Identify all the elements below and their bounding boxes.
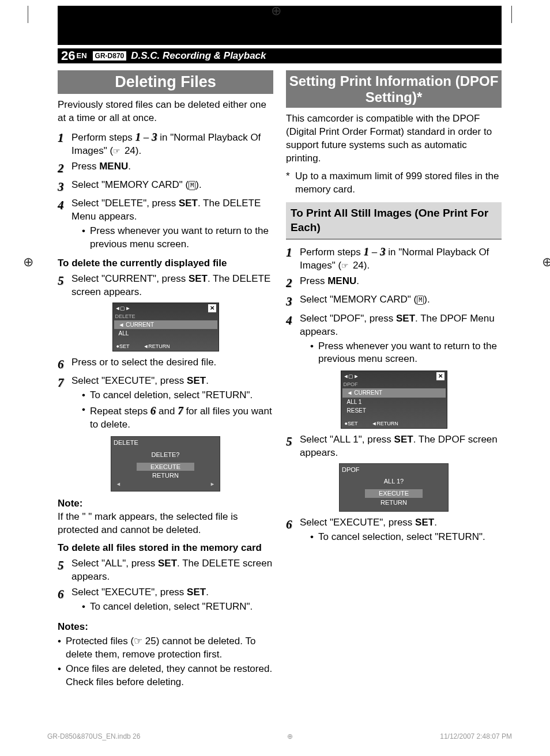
nav-left-icon: ◄	[116, 481, 121, 487]
step-6: 6 Press or to select the desired file.	[58, 356, 273, 372]
dpof-intro: This camcorder is compatible with the DP…	[286, 112, 502, 165]
sub-delete-all: To delete all files stored in the memory…	[58, 542, 273, 555]
memory-card-icon: M	[417, 296, 424, 305]
screen-set-label: ●SET	[116, 343, 130, 350]
step-4-dpof: 4 Select "DPOF", press SET. The DPOF Men…	[286, 312, 502, 368]
screen-tabs-icon: ◄▢►	[344, 373, 359, 380]
screen-option-return: RETURN	[114, 471, 217, 480]
step-3: 3 Select "MEMORY CARD" (M).	[58, 179, 273, 195]
bullet: To cancel selection, select "RETURN".	[310, 531, 502, 544]
notes-bullet-1: Protected files (☞ 25) cannot be deleted…	[58, 635, 273, 662]
delete-menu-screenshot: ◄▢►✕ DELETE ◄ CURRENT ALL ●SET◄RETURN	[112, 303, 219, 351]
registration-mark-right: ⊕	[542, 254, 550, 271]
step-number-icon: 3	[286, 293, 300, 309]
screen-row-current: ◄ CURRENT	[342, 388, 446, 398]
page-ref-icon	[341, 260, 350, 271]
screen-title: DPOF	[344, 381, 444, 388]
screen-question: DELETE?	[114, 451, 217, 459]
title-dpof: Setting Print Information (DPOF Setting)…	[286, 70, 502, 108]
step-number-icon: 5	[58, 273, 71, 289]
registration-mark-bottom: ⊕	[287, 732, 293, 741]
dpof-menu-screenshot: ◄▢►✕ DPOF ◄ CURRENT ALL 1 RESET ●SET◄RET…	[341, 371, 447, 428]
step-5-dpof: 5 Select "ALL 1", press SET. The DPOF sc…	[286, 433, 502, 460]
model-badge: GR-D870	[93, 51, 127, 61]
screen-return-label: ◄RETURN	[371, 420, 398, 427]
step-1: 1 Perform steps 1 – 3 in "Normal Playbac…	[58, 130, 273, 158]
left-column: Deleting Files Previously stored files c…	[58, 70, 273, 690]
footnote: * Up to a maximum limit of 999 stored fi…	[286, 170, 502, 196]
memory-card-icon: M	[189, 181, 195, 190]
step-number-icon: 5	[58, 557, 71, 573]
footer-filename: GR-D850&870US_EN.indb 26	[47, 732, 140, 741]
step-5-all: 5 Select "ALL", press SET. The DELETE sc…	[58, 557, 273, 584]
step-6-dpof: 6 Select "EXECUTE", press SET. To cancel…	[286, 516, 502, 545]
trim-mark-right	[511, 6, 512, 23]
step-3-dpof: 3 Select "MEMORY CARD" (M).	[286, 293, 502, 309]
delete-confirm-screenshot: DELETE DELETE? EXECUTE RETURN ◄►	[111, 436, 220, 492]
step-1-dpof: 1 Perform steps 1 – 3 in "Normal Playbac…	[286, 244, 502, 273]
step-number-icon: 3	[58, 179, 71, 195]
step-number-icon: 2	[58, 160, 71, 176]
sub-delete-current: To delete the currently displayed file	[58, 257, 273, 270]
screen-row-all1: ALL 1	[342, 398, 446, 407]
close-icon: ✕	[208, 304, 216, 312]
step-2: 2 Press MENU.	[58, 160, 273, 176]
step-7: 7 Select "EXECUTE", press SET. To cancel…	[58, 375, 273, 433]
inline-num-1: 1	[135, 131, 141, 143]
step-number-icon: 4	[58, 197, 71, 213]
screen-option-execute: EXECUTE	[365, 489, 423, 498]
inline-num-6: 6	[150, 405, 156, 417]
page-number: 26	[61, 47, 75, 65]
registration-mark-left: ⊕	[23, 254, 33, 271]
step-number-icon: 6	[286, 516, 300, 532]
screen-question: ALL 1?	[342, 477, 446, 486]
step-number-icon: 1	[58, 130, 71, 146]
notes-bullet-2: Once files are deleted, they cannot be r…	[58, 663, 273, 689]
step-6-all: 6 Select "EXECUTE", press SET. To cancel…	[58, 586, 273, 615]
screen-row-reset: RESET	[342, 406, 446, 415]
step-number-icon: 4	[286, 312, 300, 328]
section-title: D.S.C. Recording & Playback	[131, 50, 266, 63]
sub-print-all: To Print All Still Images (One Print For…	[286, 202, 502, 240]
screen-tabs-icon: ◄▢►	[115, 305, 131, 312]
bullet: Press whenever you want to return to the…	[82, 225, 273, 251]
screen-row-all: ALL	[114, 329, 217, 338]
note-text: If the " " mark appears, the selected fi…	[58, 511, 273, 537]
bullet: To cancel deletion, select "RETURN".	[82, 600, 273, 614]
title-deleting-files: Deleting Files	[58, 70, 273, 94]
page-ref-icon	[113, 145, 122, 156]
step-number-icon: 7	[58, 375, 71, 391]
asterisk: *	[286, 170, 295, 196]
footer-timestamp: 11/12/2007 2:48:07 PM	[440, 732, 512, 741]
step-number-icon: 5	[286, 433, 300, 449]
screen-title: DELETE	[114, 439, 217, 447]
step-5: 5 Select "CURRENT", press SET. The DELET…	[58, 273, 273, 299]
bullet: Press whenever you want to return to the…	[310, 340, 502, 366]
notes-heading: Notes:	[58, 621, 273, 634]
screen-return-label: ◄RETURN	[143, 343, 169, 350]
screen-title: DPOF	[342, 466, 446, 474]
dpof-confirm-screenshot: DPOF ALL 1? EXECUTE RETURN	[339, 463, 449, 512]
bullet: Repeat steps 6 and 7 for all files you w…	[82, 403, 273, 432]
screen-title: DELETE	[115, 313, 216, 320]
screen-row-current: ◄ CURRENT	[114, 320, 217, 330]
close-icon: ✕	[436, 372, 444, 380]
screen-set-label: ●SET	[345, 420, 358, 427]
deleting-intro: Previously stored files can be deleted e…	[58, 99, 273, 125]
screen-option-execute: EXECUTE	[137, 463, 194, 471]
screen-option-return: RETURN	[342, 498, 446, 507]
page-footer: GR-D850&870US_EN.indb 26 ⊕ 11/12/2007 2:…	[47, 732, 512, 741]
trim-mark-left	[28, 6, 28, 23]
registration-mark-top: ⊕	[271, 2, 281, 20]
right-column: Setting Print Information (DPOF Setting)…	[286, 70, 502, 690]
bullet: To cancel deletion, select "RETURN".	[82, 389, 273, 402]
note-heading: Note:	[58, 497, 273, 511]
page-header: 26 EN GR-D870 D.S.C. Recording & Playbac…	[58, 48, 502, 63]
nav-right-icon: ►	[210, 481, 215, 487]
lang-label: EN	[76, 51, 86, 61]
inline-num-1: 1	[364, 245, 370, 258]
step-number-icon: 2	[286, 275, 300, 291]
step-4: 4 Select "DELETE", press SET. The DELETE…	[58, 197, 273, 252]
inline-num-7: 7	[178, 405, 183, 417]
step-number-icon: 6	[58, 586, 71, 602]
